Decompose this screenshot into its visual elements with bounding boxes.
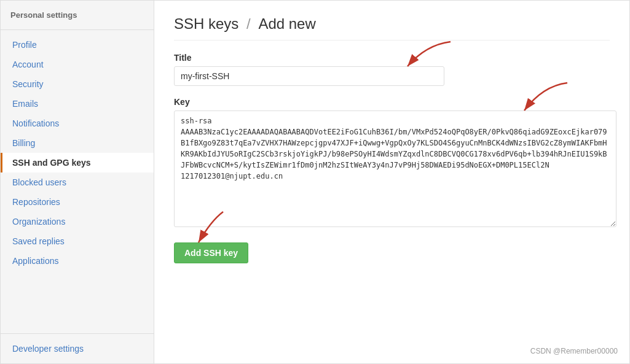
sidebar-item-saved-replies[interactable]: Saved replies bbox=[1, 231, 154, 251]
main-content: SSH keys / Add new Title bbox=[154, 1, 629, 363]
sidebar-item-ssh-gpg-keys[interactable]: SSH and GPG keys bbox=[1, 153, 154, 172]
page-title: SSH keys / Add new bbox=[174, 15, 610, 41]
title-form-group: Title bbox=[174, 53, 610, 86]
sidebar: Personal settings Profile Account Securi… bbox=[1, 1, 154, 363]
sidebar-item-blocked-users[interactable]: Blocked users bbox=[1, 172, 154, 192]
sidebar-item-notifications[interactable]: Notifications bbox=[1, 114, 154, 133]
sidebar-item-applications[interactable]: Applications bbox=[1, 251, 154, 271]
content-wrapper: SSH keys / Add new Title bbox=[174, 15, 610, 263]
sidebar-item-account[interactable]: Account bbox=[1, 55, 154, 74]
title-input[interactable] bbox=[174, 66, 444, 86]
sidebar-developer-section: Developer settings bbox=[1, 333, 154, 363]
sidebar-item-organizations[interactable]: Organizations bbox=[1, 212, 154, 231]
sidebar-divider-top bbox=[1, 29, 154, 30]
add-ssh-key-button[interactable]: Add SSH key bbox=[174, 242, 248, 263]
key-textarea[interactable]: ssh-rsa AAAAB3NzaC1yc2EAAAADAQABAABAQDVo… bbox=[174, 110, 616, 227]
app-container: Personal settings Profile Account Securi… bbox=[0, 0, 630, 364]
breadcrumb-add-new: Add new bbox=[258, 15, 315, 32]
sidebar-item-security[interactable]: Security bbox=[1, 74, 154, 94]
sidebar-item-billing[interactable]: Billing bbox=[1, 133, 154, 153]
key-label: Key bbox=[174, 97, 610, 107]
watermark: CSDN @Remember00000 bbox=[530, 347, 618, 355]
key-form-group: Key ssh-rsa AAAAB3NzaC1yc2EAAAADAQABAABA… bbox=[174, 97, 610, 229]
sidebar-item-profile[interactable]: Profile bbox=[1, 35, 154, 55]
title-label: Title bbox=[174, 53, 610, 63]
breadcrumb-ssh-keys: SSH keys bbox=[174, 15, 238, 32]
breadcrumb-separator: / bbox=[246, 15, 254, 32]
sidebar-item-emails[interactable]: Emails bbox=[1, 94, 154, 114]
sidebar-item-developer-settings[interactable]: Developer settings bbox=[1, 339, 154, 358]
sidebar-item-repositories[interactable]: Repositories bbox=[1, 192, 154, 212]
sidebar-header: Personal settings bbox=[1, 6, 154, 25]
